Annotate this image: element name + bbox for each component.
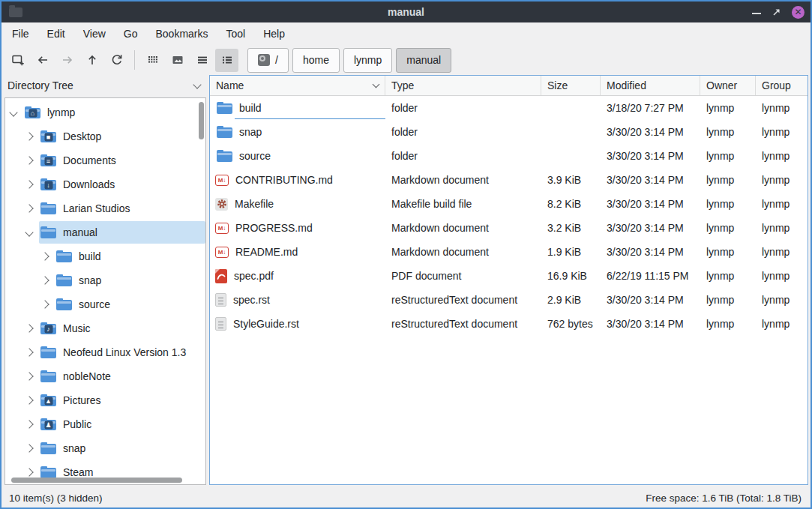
minimize-button[interactable] bbox=[752, 13, 761, 14]
tree-item-manual[interactable]: manual bbox=[5, 220, 205, 244]
chevron-right-icon[interactable] bbox=[25, 444, 33, 452]
tree-item-documents[interactable]: ≡Documents bbox=[5, 148, 205, 172]
tree-vertical-scrollbar[interactable] bbox=[199, 102, 204, 139]
tree-item-lynmp[interactable]: ⌂lynmp bbox=[5, 100, 205, 124]
chevron-right-icon[interactable] bbox=[25, 420, 33, 428]
sidebar-header[interactable]: Directory Tree bbox=[1, 75, 209, 96]
forward-button[interactable] bbox=[55, 49, 79, 72]
name-cell: snap bbox=[210, 120, 385, 144]
chevron-right-icon[interactable] bbox=[25, 156, 33, 164]
detailed-list-view-button[interactable] bbox=[215, 49, 238, 72]
chevron-right-icon[interactable] bbox=[40, 276, 49, 284]
new-tab-button[interactable] bbox=[6, 49, 29, 72]
refresh-button[interactable] bbox=[105, 49, 128, 72]
column-header-owner[interactable]: Owner bbox=[700, 76, 756, 95]
back-button[interactable] bbox=[31, 49, 54, 72]
file-row-progress-md[interactable]: M↓PROGRESS.mdMarkdown document3.2 KiB3/3… bbox=[210, 216, 808, 240]
chevron-right-icon[interactable] bbox=[25, 468, 33, 476]
chevron-right-icon[interactable] bbox=[25, 180, 33, 188]
rst-file-icon bbox=[215, 293, 226, 307]
tree-item-larian-studios[interactable]: Larian Studios bbox=[5, 196, 205, 220]
file-row-spec-pdf[interactable]: spec.pdfPDF document16.9 KiB6/22/19 11:1… bbox=[210, 264, 808, 288]
file-row-spec-rst[interactable]: spec.rstreStructuredText document2.9 KiB… bbox=[210, 288, 808, 312]
path-button-lynmp[interactable]: lynmp bbox=[343, 48, 392, 73]
cell-size: 762 bytes bbox=[541, 312, 601, 336]
file-row-source[interactable]: sourcefolder3/30/20 3:14 PMlynmplynmp bbox=[210, 144, 808, 168]
tree-item-neofeud-linux-version-1-3[interactable]: Neofeud Linux Version 1.3 bbox=[5, 340, 205, 364]
compact-view-button[interactable] bbox=[190, 49, 214, 72]
chevron-right-icon[interactable] bbox=[25, 348, 33, 356]
tree-item-pictures[interactable]: ▲Pictures bbox=[5, 388, 205, 412]
column-header-size[interactable]: Size bbox=[541, 76, 601, 95]
file-row-build[interactable]: buildfolder3/18/20 7:27 PMlynmplynmp bbox=[210, 96, 808, 120]
file-name: source bbox=[239, 150, 271, 162]
name-cell: M↓README.md bbox=[210, 240, 385, 264]
maximize-button[interactable] bbox=[772, 7, 781, 17]
cell-group: lynmp bbox=[756, 144, 808, 168]
chevron-down-icon[interactable] bbox=[193, 80, 201, 88]
column-header-group[interactable]: Group bbox=[756, 76, 808, 95]
statusbar: 10 item(s) (3 hidden) Free space: 1.6 Ti… bbox=[1, 488, 811, 508]
chevron-right-icon[interactable] bbox=[25, 372, 33, 380]
cell-group: lynmp bbox=[756, 216, 808, 240]
tree-item-music[interactable]: ♪Music bbox=[5, 316, 205, 340]
menu-item-tool[interactable]: Tool bbox=[217, 24, 255, 43]
chevron-right-icon[interactable] bbox=[40, 252, 49, 260]
menu-item-go[interactable]: Go bbox=[115, 24, 147, 43]
tree-item-body: Neofeud Linux Version 1.3 bbox=[39, 341, 205, 364]
menu-item-help[interactable]: Help bbox=[254, 24, 294, 43]
tree-item-downloads[interactable]: ↓Downloads bbox=[5, 172, 205, 196]
path-button-home[interactable]: home bbox=[292, 48, 340, 73]
titlebar[interactable]: manual ✕ bbox=[1, 1, 811, 22]
icon-view-icon bbox=[145, 52, 160, 67]
chevron-right-icon[interactable] bbox=[40, 300, 49, 308]
thumbnail-view-button[interactable] bbox=[166, 49, 189, 72]
file-row-contributing-md[interactable]: M↓CONTRIBUTING.mdMarkdown document3.9 Ki… bbox=[210, 168, 808, 192]
chevron-down-icon[interactable] bbox=[9, 108, 17, 116]
tree-item-snap[interactable]: snap bbox=[5, 268, 205, 292]
up-button[interactable] bbox=[80, 49, 103, 72]
chevron-right-icon[interactable] bbox=[25, 324, 33, 332]
new-tab-icon bbox=[10, 52, 25, 67]
tree-item-label: Downloads bbox=[56, 178, 115, 190]
path-button-root[interactable]: / bbox=[247, 48, 289, 73]
menu-item-edit[interactable]: Edit bbox=[38, 24, 74, 43]
tree-item-desktop[interactable]: ■Desktop bbox=[5, 124, 205, 148]
folder-icon bbox=[40, 346, 56, 358]
chevron-down-icon[interactable] bbox=[25, 228, 33, 236]
chevron-right-icon[interactable] bbox=[25, 132, 33, 140]
tree-item-label: Public bbox=[56, 418, 91, 430]
tree-item-public[interactable]: ♟Public bbox=[5, 412, 205, 436]
tree-item-label: Documents bbox=[56, 154, 116, 166]
cell-size: 2.9 KiB bbox=[541, 288, 601, 312]
pdf-file-icon bbox=[215, 269, 227, 283]
file-row-styleguide-rst[interactable]: StyleGuide.rstreStructuredText document7… bbox=[210, 312, 808, 336]
folder-icon bbox=[40, 466, 56, 478]
menu-item-bookmarks[interactable]: Bookmarks bbox=[146, 24, 217, 43]
makefile-icon bbox=[215, 198, 228, 211]
file-row-readme-md[interactable]: M↓README.mdMarkdown document1.9 KiB3/30/… bbox=[210, 240, 808, 264]
tree-item-label: source bbox=[72, 298, 110, 310]
menu-item-view[interactable]: View bbox=[74, 24, 115, 43]
tree-item-noblenote[interactable]: nobleNote bbox=[5, 364, 205, 388]
file-row-makefile[interactable]: MakefileMakefile build file8.2 KiB3/30/2… bbox=[210, 192, 808, 216]
chevron-right-icon[interactable] bbox=[25, 204, 33, 212]
file-row-snap[interactable]: snapfolder3/30/20 3:14 PMlynmplynmp bbox=[210, 120, 808, 144]
menu-item-file[interactable]: File bbox=[3, 24, 38, 43]
close-button[interactable]: ✕ bbox=[792, 6, 805, 19]
cell-modified: 3/30/20 3:14 PM bbox=[601, 216, 700, 240]
icon-view-button[interactable] bbox=[141, 49, 164, 72]
column-header-modified[interactable]: Modified bbox=[601, 76, 700, 95]
column-header-name[interactable]: Name bbox=[210, 76, 385, 95]
tree-item-source[interactable]: source bbox=[5, 292, 205, 316]
tree-item-build[interactable]: build bbox=[5, 244, 205, 268]
folder-icon: ♪ bbox=[40, 322, 56, 334]
column-header-label: Type bbox=[391, 79, 414, 91]
chevron-right-icon[interactable] bbox=[25, 396, 33, 404]
column-header-type[interactable]: Type bbox=[385, 76, 541, 95]
path-button-manual[interactable]: manual bbox=[396, 48, 451, 73]
tree-item-snap[interactable]: snap bbox=[5, 436, 205, 460]
tree-horizontal-scrollbar[interactable] bbox=[11, 478, 182, 483]
cell-type: Markdown document bbox=[385, 168, 541, 192]
tree-item-body: ↓Downloads bbox=[39, 173, 205, 196]
